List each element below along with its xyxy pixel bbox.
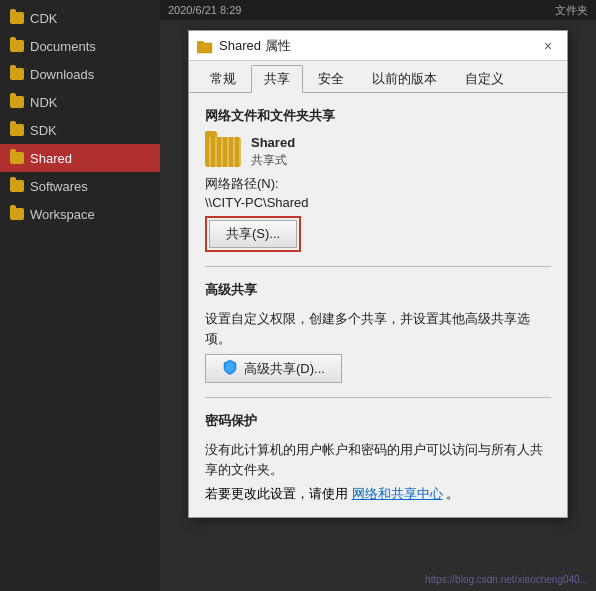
sidebar-item-cdk[interactable]: CDK [0, 4, 160, 32]
advanced-share-desc: 设置自定义权限，创建多个共享，并设置其他高级共享选项。 [205, 309, 551, 348]
advanced-share-button[interactable]: 高级共享(D)... [205, 354, 342, 383]
dialog-titlebar-left: Shared 属性 [197, 37, 291, 55]
dialog-content: 网络文件和文件夹共享 Shared 共享式 网络路径(N): \\CITY-PC… [189, 93, 567, 517]
sidebar: CDKDocumentsDownloadsNDKSDKSharedSoftwar… [0, 0, 160, 591]
tab-sharing[interactable]: 共享 [251, 65, 303, 93]
advanced-share-title: 高级共享 [205, 281, 551, 299]
share-folder-icon [205, 137, 241, 167]
network-path-label: 网络路径(N): [205, 175, 551, 193]
sidebar-item-label: Documents [30, 39, 96, 54]
password-link-prefix: 若要更改此设置，请使用 [205, 486, 348, 501]
folder-icon [10, 208, 24, 220]
sidebar-item-ndk[interactable]: NDK [0, 88, 160, 116]
sidebar-item-workspace[interactable]: Workspace [0, 200, 160, 228]
sidebar-item-sdk[interactable]: SDK [0, 116, 160, 144]
shield-icon [222, 359, 238, 378]
folder-icon [10, 68, 24, 80]
password-desc: 没有此计算机的用户帐户和密码的用户可以访问与所有人共享的文件夹。 [205, 440, 551, 479]
sidebar-item-label: Downloads [30, 67, 94, 82]
network-share-center-link[interactable]: 网络和共享中心 [352, 486, 443, 501]
network-share-section: 网络文件和文件夹共享 Shared 共享式 网络路径(N): \\CITY-PC… [205, 107, 551, 252]
share-folder-text: Shared 共享式 [251, 135, 295, 169]
main-area: 2020/6/21 8:29 文件夹 Shared 属性 × 常 [160, 0, 596, 591]
dialog-titlebar: Shared 属性 × [189, 31, 567, 61]
share-folder-type: 共享式 [251, 152, 295, 169]
password-link-suffix: 。 [446, 486, 459, 501]
sidebar-item-documents[interactable]: Documents [0, 32, 160, 60]
sidebar-item-label: SDK [30, 123, 57, 138]
top-bar-date: 2020/6/21 8:29 [168, 4, 241, 16]
dialog-overlay: Shared 属性 × 常规共享安全以前的版本自定义 网络文件和文件夹共享 [160, 20, 596, 591]
dialog: Shared 属性 × 常规共享安全以前的版本自定义 网络文件和文件夹共享 [188, 30, 568, 518]
tab-previous[interactable]: 以前的版本 [359, 65, 450, 92]
share-button[interactable]: 共享(S)... [209, 220, 297, 248]
tab-security[interactable]: 安全 [305, 65, 357, 92]
sidebar-item-downloads[interactable]: Downloads [0, 60, 160, 88]
share-button-box: 共享(S)... [205, 216, 301, 252]
sidebar-item-label: Workspace [30, 207, 95, 222]
tab-general[interactable]: 常规 [197, 65, 249, 92]
password-link-line: 若要更改此设置，请使用 网络和共享中心 。 [205, 485, 551, 503]
advanced-share-button-label: 高级共享(D)... [244, 360, 325, 378]
share-folder-name: Shared [251, 135, 295, 150]
divider-1 [205, 266, 551, 267]
password-section-title: 密码保护 [205, 412, 551, 430]
dialog-title-text: Shared 属性 [219, 37, 291, 55]
divider-2 [205, 397, 551, 398]
tabs-bar: 常规共享安全以前的版本自定义 [189, 61, 567, 93]
password-section: 密码保护 没有此计算机的用户帐户和密码的用户可以访问与所有人共享的文件夹。 若要… [205, 412, 551, 503]
advanced-share-section: 高级共享 设置自定义权限，创建多个共享，并设置其他高级共享选项。 高级共享(D)… [205, 281, 551, 383]
folder-icon [10, 96, 24, 108]
dialog-title-icon [197, 38, 213, 54]
folder-icon [10, 40, 24, 52]
top-bar-label: 文件夹 [555, 3, 588, 18]
folder-icon [10, 180, 24, 192]
sidebar-item-softwares[interactable]: Softwares [0, 172, 160, 200]
dialog-close-button[interactable]: × [537, 35, 559, 57]
sidebar-item-label: Shared [30, 151, 72, 166]
network-path-value: \\CITY-PC\Shared [205, 195, 551, 210]
folder-icon [10, 12, 24, 24]
sidebar-item-shared[interactable]: Shared [0, 144, 160, 172]
top-bar: 2020/6/21 8:29 文件夹 [160, 0, 596, 20]
sidebar-item-label: CDK [30, 11, 57, 26]
network-share-title: 网络文件和文件夹共享 [205, 107, 551, 125]
folder-icon [10, 152, 24, 164]
share-info-box: Shared 共享式 [205, 129, 551, 175]
folder-icon [10, 124, 24, 136]
share-folder-stripe [205, 137, 241, 167]
tab-customize[interactable]: 自定义 [452, 65, 517, 92]
sidebar-item-label: NDK [30, 95, 57, 110]
sidebar-item-label: Softwares [30, 179, 88, 194]
